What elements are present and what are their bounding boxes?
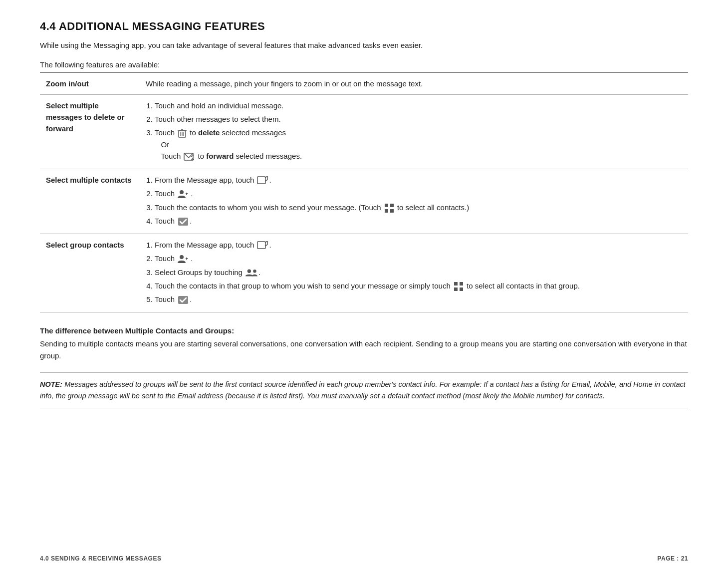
- feature-label: Select multiple contacts: [40, 169, 140, 234]
- list-item: Select Groups by touching .: [155, 267, 682, 278]
- diff-text: Sending to multiple contacts means you a…: [40, 338, 688, 361]
- list-item: Touch .: [155, 293, 682, 305]
- footer-bar: 4.0 SENDING & RECEIVING MESSAGES PAGE : …: [0, 555, 728, 562]
- checkmark-icon: [178, 217, 189, 226]
- feature-description: While reading a message, pinch your fing…: [140, 73, 688, 95]
- note-label: NOTE:: [40, 380, 62, 388]
- table-row: Zoom in/out While reading a message, pin…: [40, 73, 688, 95]
- group-icon: [245, 269, 257, 278]
- features-table: Zoom in/out While reading a message, pin…: [40, 73, 688, 313]
- diff-heading: The difference between Multiple Contacts…: [40, 326, 688, 335]
- feature-description: From the Message app, touch . Touch . To…: [140, 169, 688, 234]
- list-item: From the Message app, touch .: [155, 174, 682, 186]
- person-add-icon-2: [178, 254, 188, 264]
- list-item: Touch and hold an individual message.: [155, 100, 682, 111]
- list-item: Touch .: [155, 188, 682, 199]
- feature-description: Touch and hold an individual message. To…: [140, 94, 688, 169]
- section-title: 4.4 ADDITIONAL MESSAGING FEATURES: [40, 20, 688, 33]
- list-item: Touch the contacts to whom you wish to s…: [155, 202, 682, 213]
- feature-label: Select group contacts: [40, 234, 140, 312]
- checkmark-icon-2: [178, 295, 189, 304]
- grid-select-all-icon-2: [454, 282, 464, 291]
- intro-paragraph: While using the Messaging app, you can t…: [40, 40, 688, 51]
- feature-label: Select multiple messages to delete or fo…: [40, 94, 140, 169]
- trash-icon: [178, 128, 187, 138]
- list-item: Touch to delete selected messages Or Tou…: [155, 127, 682, 162]
- table-row: Select group contacts From the Message a…: [40, 234, 688, 312]
- following-label: The following features are available:: [40, 60, 688, 73]
- table-row: Select multiple contacts From the Messag…: [40, 169, 688, 234]
- person-add-icon: [178, 189, 188, 199]
- list-item: From the Message app, touch .: [155, 239, 682, 251]
- feature-label: Zoom in/out: [40, 73, 140, 95]
- compose-icon-2: [257, 241, 268, 250]
- list-item: Touch other messages to select them.: [155, 113, 682, 125]
- list-item: Touch the contacts in that group to whom…: [155, 280, 682, 291]
- footer-left: 4.0 SENDING & RECEIVING MESSAGES: [40, 555, 161, 562]
- list-item: Touch .: [155, 253, 682, 264]
- list-item: Touch .: [155, 215, 682, 227]
- note-box: NOTE: Messages addressed to groups will …: [40, 372, 688, 408]
- table-row: Select multiple messages to delete or fo…: [40, 94, 688, 169]
- forward-envelope-icon: [184, 152, 195, 161]
- grid-select-all-icon: [384, 203, 394, 213]
- note-text: Messages addressed to groups will be sen…: [40, 380, 686, 400]
- footer-right: PAGE : 21: [657, 555, 688, 562]
- compose-icon: [257, 176, 268, 185]
- feature-description: From the Message app, touch . Touch . Se…: [140, 234, 688, 312]
